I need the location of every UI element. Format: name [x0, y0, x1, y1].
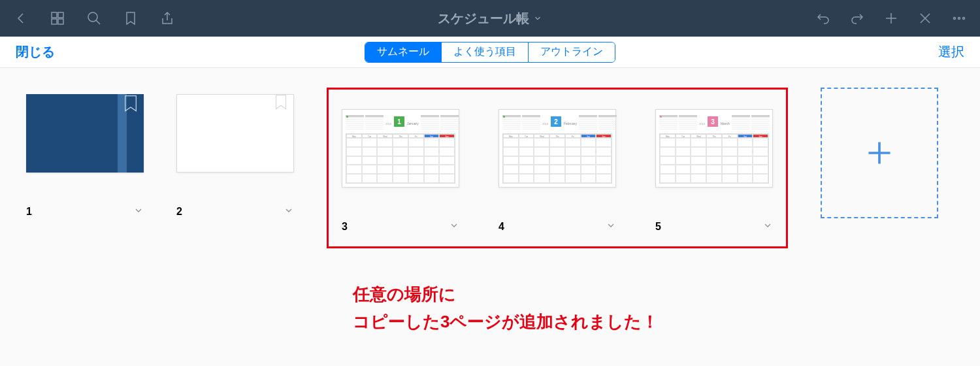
svg-point-12	[963, 18, 965, 20]
cal-month-number: 1	[394, 116, 404, 127]
page-label-row: 1	[26, 205, 144, 218]
page-label-row: 3	[342, 220, 459, 233]
bookmark-icon[interactable]	[123, 10, 139, 26]
toolbar-right-group	[815, 10, 967, 26]
bookmark-ribbon-icon	[124, 94, 137, 114]
search-icon[interactable]	[86, 10, 102, 26]
page-menu-icon[interactable]	[284, 205, 294, 218]
cal-month-name: March	[721, 122, 730, 125]
back-icon[interactable]	[13, 10, 29, 26]
erase-icon[interactable]	[917, 10, 933, 26]
add-icon[interactable]	[883, 10, 899, 26]
page-label-row: 2	[176, 205, 294, 218]
calendar-grid: MonTueWedThuFriSatSun	[502, 133, 612, 184]
view-segmented-control: サムネール よく使う項目 アウトライン	[365, 42, 615, 63]
page-preview-calendar: 2019 1 January MonTueWedThuFriSatSun	[342, 109, 459, 188]
page-number: 4	[498, 221, 504, 233]
undo-icon[interactable]	[815, 10, 831, 26]
svg-point-4	[88, 12, 97, 22]
document-title[interactable]: スケジュール帳	[438, 10, 542, 27]
close-button[interactable]: 閉じる	[16, 43, 55, 61]
cal-month-number: 3	[708, 116, 718, 127]
share-icon[interactable]	[159, 10, 175, 26]
page-number: 5	[655, 221, 661, 233]
cal-year: 2019	[385, 122, 391, 125]
page-thumbnail[interactable]: 2019 2 February MonTueWedThuFriSatSun 4	[498, 109, 616, 233]
page-preview-blank	[176, 94, 294, 173]
select-button[interactable]: 選択	[938, 43, 964, 61]
toolbar-left-group	[13, 10, 175, 26]
svg-point-11	[958, 18, 960, 20]
svg-point-10	[954, 18, 956, 20]
annotation-callout: 任意の場所に コピーした3ページが追加されました！	[353, 281, 659, 335]
page-thumbnail[interactable]: 2019 3 March MonTueWedThuFriSatSun 5	[655, 109, 773, 233]
annotation-line-1: 任意の場所に	[353, 281, 659, 308]
chevron-down-icon	[533, 14, 542, 23]
page-number: 2	[176, 206, 182, 218]
page-preview-calendar: 2019 3 March MonTueWedThuFriSatSun	[655, 109, 773, 188]
page-menu-icon[interactable]	[606, 220, 616, 233]
page-thumbnail[interactable]: 2	[176, 94, 294, 218]
page-thumbnail[interactable]: 1	[26, 94, 144, 218]
cal-month-name: February	[564, 122, 577, 125]
svg-rect-0	[52, 12, 57, 18]
page-thumbnail[interactable]: 2019 1 January MonTueWedThuFriSatSun 3	[342, 109, 459, 233]
thumbnail-area: 1 2 2019 1 January	[0, 68, 980, 248]
cal-year: 2019	[542, 122, 548, 125]
cal-month-name: January	[407, 122, 419, 125]
page-menu-icon[interactable]	[762, 220, 773, 233]
svg-rect-1	[58, 12, 63, 18]
page-number: 3	[342, 221, 348, 233]
redo-icon[interactable]	[849, 10, 865, 26]
document-title-text: スケジュール帳	[438, 10, 529, 27]
highlighted-pages-group: 2019 1 January MonTueWedThuFriSatSun 3	[327, 88, 788, 248]
bookmark-outline-icon	[275, 95, 287, 110]
page-number: 1	[26, 206, 32, 218]
calendar-grid: MonTueWedThuFriSatSun	[346, 133, 455, 184]
cal-year: 2019	[699, 122, 705, 125]
segment-thumbnail[interactable]: サムネール	[365, 42, 442, 62]
svg-line-5	[96, 20, 100, 24]
segment-favorites[interactable]: よく使う項目	[442, 42, 529, 62]
annotation-line-2: コピーした3ページが追加されました！	[353, 308, 659, 336]
svg-rect-3	[58, 19, 63, 24]
plus-icon	[865, 139, 894, 167]
add-page-button[interactable]	[821, 88, 938, 218]
page-preview-cover	[26, 94, 144, 173]
top-toolbar: スケジュール帳	[0, 0, 980, 37]
page-label-row: 4	[498, 220, 616, 233]
page-label-row: 5	[655, 220, 773, 233]
calendar-grid: MonTueWedThuFriSatSun	[659, 133, 769, 184]
page-menu-icon[interactable]	[449, 220, 459, 233]
secondary-bar: 閉じる サムネール よく使う項目 アウトライン 選択	[0, 37, 980, 68]
page-preview-calendar: 2019 2 February MonTueWedThuFriSatSun	[498, 109, 616, 188]
more-icon[interactable]	[951, 10, 967, 26]
page-menu-icon[interactable]	[133, 205, 144, 218]
grid-icon[interactable]	[50, 10, 65, 26]
cal-month-number: 2	[551, 116, 561, 127]
segment-outline[interactable]: アウトライン	[529, 42, 615, 62]
svg-rect-2	[52, 19, 57, 24]
